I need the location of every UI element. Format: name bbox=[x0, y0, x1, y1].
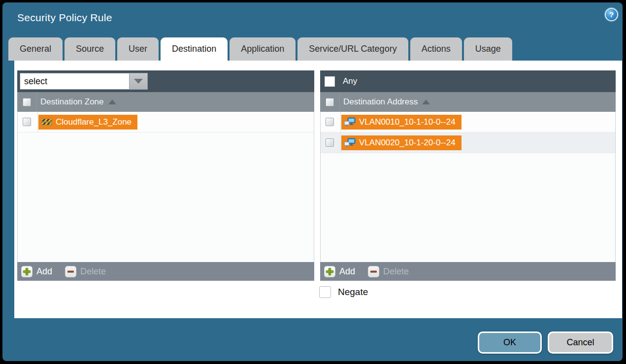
add-label: Add bbox=[36, 266, 52, 277]
address-delete-button[interactable]: Delete bbox=[368, 266, 409, 277]
tab-bar: General Source User Destination Applicat… bbox=[8, 37, 512, 61]
network-icon bbox=[344, 138, 356, 148]
dialog-title: Security Policy Rule bbox=[17, 12, 112, 24]
address-panel-footer: Add Delete bbox=[320, 262, 616, 281]
tab-service-url-category[interactable]: Service/URL Category bbox=[297, 37, 408, 61]
zone-select-combobox bbox=[20, 73, 148, 90]
zone-select-all-checkbox[interactable] bbox=[23, 98, 31, 106]
screenshot-stage: Security Policy Rule ? General Source Us… bbox=[0, 0, 626, 364]
any-label: Any bbox=[343, 76, 357, 86]
address-list: VLAN0010_10-1-10-0--24 bbox=[320, 112, 616, 262]
tab-user[interactable]: User bbox=[117, 37, 159, 61]
address-name: VLAN0010_10-1-10-0--24 bbox=[359, 117, 456, 127]
zone-column-label: Destination Zone bbox=[40, 97, 104, 107]
column-divider bbox=[340, 112, 341, 132]
zone-column-header[interactable]: Destination Zone bbox=[17, 92, 314, 112]
tab-destination[interactable]: Destination bbox=[161, 37, 228, 61]
destination-zone-panel: Destination Zone bbox=[17, 70, 314, 281]
any-checkbox[interactable] bbox=[325, 76, 335, 87]
column-divider bbox=[339, 92, 340, 112]
column-divider bbox=[36, 92, 37, 112]
destination-address-panel: Any Destination Address bbox=[320, 70, 616, 281]
zone-row[interactable]: Cloudflare_L3_Zone bbox=[18, 112, 314, 132]
address-name: VLAN0020_10-1-20-0--24 bbox=[359, 138, 456, 148]
address-chip[interactable]: VLAN0020_10-1-20-0--24 bbox=[341, 135, 461, 150]
negate-label: Negate bbox=[338, 287, 368, 298]
security-policy-rule-dialog: Security Policy Rule ? General Source Us… bbox=[2, 2, 623, 361]
add-label: Add bbox=[339, 266, 355, 277]
help-icon[interactable]: ? bbox=[605, 8, 618, 21]
address-row-checkbox[interactable] bbox=[326, 138, 334, 147]
tab-general[interactable]: General bbox=[8, 37, 63, 61]
column-divider bbox=[340, 132, 341, 153]
sort-asc-icon bbox=[108, 99, 116, 104]
tab-application[interactable]: Application bbox=[230, 37, 296, 61]
zone-icon bbox=[41, 118, 52, 127]
zone-row-checkbox[interactable] bbox=[23, 118, 31, 126]
zone-select-dropdown-button[interactable] bbox=[129, 73, 148, 90]
zone-delete-button[interactable]: Delete bbox=[65, 266, 106, 277]
address-chip[interactable]: VLAN0010_10-1-10-0--24 bbox=[341, 115, 461, 130]
zone-add-button[interactable]: Add bbox=[21, 266, 52, 277]
zone-list: Cloudflare_L3_Zone bbox=[17, 112, 314, 262]
network-icon bbox=[344, 117, 356, 127]
ok-button[interactable]: OK bbox=[478, 331, 542, 354]
delete-icon bbox=[65, 266, 76, 277]
chevron-down-icon bbox=[134, 79, 143, 84]
delete-icon bbox=[368, 266, 379, 277]
zone-panel-footer: Add Delete bbox=[17, 262, 314, 281]
address-row-checkbox[interactable] bbox=[326, 118, 334, 126]
tab-usage[interactable]: Usage bbox=[464, 37, 512, 61]
column-divider bbox=[37, 112, 38, 132]
add-icon bbox=[324, 266, 335, 277]
zone-select-input[interactable] bbox=[20, 73, 129, 90]
address-row[interactable]: VLAN0010_10-1-10-0--24 bbox=[321, 112, 615, 132]
zone-panel-header bbox=[17, 70, 314, 92]
address-column-label: Destination Address bbox=[343, 97, 418, 107]
address-column-header[interactable]: Destination Address bbox=[320, 92, 616, 112]
address-select-all-checkbox[interactable] bbox=[326, 98, 334, 106]
delete-label: Delete bbox=[383, 266, 409, 277]
zone-name: Cloudflare_L3_Zone bbox=[56, 117, 132, 127]
destination-tab-content: Destination Zone bbox=[14, 61, 622, 318]
tab-source[interactable]: Source bbox=[65, 37, 115, 61]
address-panel-header: Any bbox=[320, 70, 616, 92]
tab-actions[interactable]: Actions bbox=[410, 37, 462, 61]
sort-asc-icon bbox=[422, 99, 430, 104]
negate-checkbox[interactable] bbox=[319, 286, 331, 298]
cancel-button[interactable]: Cancel bbox=[548, 331, 613, 354]
add-icon bbox=[21, 266, 33, 277]
delete-label: Delete bbox=[80, 266, 106, 277]
address-row[interactable]: VLAN0020_10-1-20-0--24 bbox=[321, 132, 615, 153]
negate-option: Negate bbox=[319, 286, 368, 298]
zone-chip[interactable]: Cloudflare_L3_Zone bbox=[38, 115, 137, 130]
address-add-button[interactable]: Add bbox=[324, 266, 355, 277]
